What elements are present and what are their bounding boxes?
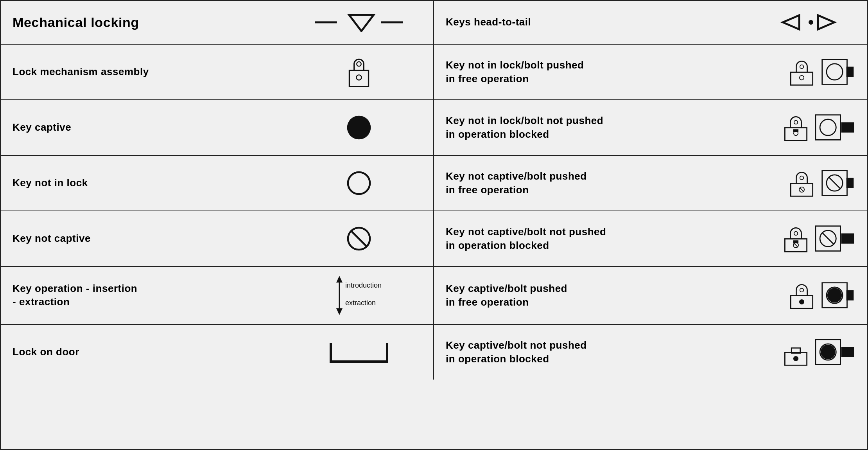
left-cell-lock-on-door: Lock on door: [1, 325, 434, 380]
svg-point-35: [794, 231, 798, 235]
svg-point-25: [800, 176, 803, 179]
svg-marker-3: [783, 15, 799, 29]
svg-point-7: [357, 62, 361, 66]
svg-point-13: [827, 63, 843, 79]
icons-key-not-in-lock-bolt-not-pushed: [715, 113, 855, 142]
icons-key-not-in-lock-bolt-pushed-free: [715, 58, 855, 87]
right-cell-lock-mechanism: Key not in lock/bolt pushedin free opera…: [434, 45, 867, 99]
icons-key-captive-bolt-pushed-free: [715, 281, 855, 310]
right-cell-lock-on-door: Key captive/bolt not pushedin operation …: [434, 325, 867, 380]
table-row: Key not captive Key not captive/bolt not…: [1, 211, 867, 267]
lock-on-door-icon: [296, 340, 421, 364]
svg-line-33: [351, 230, 367, 247]
svg-rect-19: [793, 129, 798, 132]
icons-key-not-captive-bolt-not-pushed: [715, 224, 855, 254]
svg-rect-31: [846, 178, 854, 188]
table-row: Lock mechanism assembly Key not in lock/…: [1, 45, 867, 100]
key-not-in-lock-icon: [296, 169, 421, 197]
right-label-header: Keys head-to-tail: [446, 15, 715, 29]
icons-key-not-captive-bolt-pushed-free: [715, 169, 855, 198]
svg-rect-54: [846, 290, 854, 300]
right-label-key-not-in-lock: Key not captive/bolt pushedin free opera…: [446, 169, 715, 197]
svg-line-37: [794, 243, 798, 247]
svg-point-11: [800, 75, 804, 79]
svg-line-30: [829, 177, 841, 189]
lock-mechanism-icon: [296, 54, 421, 90]
table-row: Lock on door Key captive/bolt not pushed…: [1, 325, 867, 380]
svg-marker-5: [818, 15, 834, 29]
svg-marker-44: [336, 276, 343, 283]
svg-point-23: [348, 172, 370, 194]
right-cell-key-captive: Key not in lock/bolt not pushedin operat…: [434, 100, 867, 155]
mechanical-locking-icon: [296, 13, 421, 32]
left-label-lock-mechanism: Lock mechanism assembly: [13, 65, 296, 79]
svg-marker-45: [336, 308, 343, 315]
svg-point-52: [827, 288, 842, 302]
svg-rect-20: [816, 115, 841, 140]
left-cell-key-operation: Key operation - insertion - extraction i…: [1, 267, 434, 324]
main-table: Mechanical locking Keys head-to-tail: [0, 0, 868, 450]
svg-point-50: [799, 299, 804, 304]
svg-point-4: [809, 20, 813, 25]
svg-rect-12: [822, 59, 847, 84]
svg-rect-38: [793, 240, 798, 243]
right-cell-key-not-in-lock: Key not captive/bolt pushedin free opera…: [434, 156, 867, 211]
left-label-key-operation: Key operation - insertion - extraction: [13, 282, 296, 309]
left-label-lock-on-door: Lock on door: [13, 346, 296, 359]
right-cell-header: Keys head-to-tail: [434, 1, 867, 44]
key-operation-icon: introduction extraction: [296, 274, 421, 317]
left-cell-key-captive: Key captive: [1, 100, 434, 155]
left-cell-header: Mechanical locking: [1, 1, 434, 44]
right-label-lock-on-door: Key captive/bolt not pushedin operation …: [446, 338, 715, 366]
right-label-key-operation: Key captive/bolt pushedin free operation: [446, 282, 715, 309]
svg-point-17: [794, 120, 798, 124]
svg-point-21: [820, 119, 836, 135]
icons-key-captive-bolt-not-pushed: [715, 338, 855, 367]
svg-rect-6: [349, 70, 368, 86]
key-captive-icon: [296, 114, 421, 141]
svg-text:extraction: extraction: [345, 299, 376, 307]
svg-point-49: [800, 288, 803, 292]
svg-marker-1: [349, 15, 374, 31]
left-label-header: Mechanical locking: [13, 14, 296, 31]
svg-line-27: [800, 187, 803, 191]
svg-rect-14: [846, 67, 854, 77]
svg-rect-61: [841, 347, 854, 357]
keys-head-to-tail-icons: [715, 13, 855, 32]
left-label-key-not-captive: Key not captive: [13, 232, 296, 245]
svg-rect-22: [841, 122, 854, 132]
svg-rect-9: [791, 72, 812, 85]
table-row: Key not in lock Key not captive/bolt pus…: [1, 156, 867, 211]
left-cell-key-not-captive: Key not captive: [1, 211, 434, 266]
key-not-captive-icon: [296, 225, 421, 252]
svg-point-15: [347, 116, 371, 140]
table-row: Mechanical locking Keys head-to-tail: [1, 1, 867, 45]
left-cell-lock-mechanism: Lock mechanism assembly: [1, 45, 434, 99]
left-label-key-not-in-lock: Key not in lock: [13, 176, 296, 190]
svg-point-57: [793, 356, 798, 361]
left-label-key-captive: Key captive: [13, 121, 296, 134]
right-label-lock-mechanism: Key not in lock/bolt pushedin free opera…: [446, 58, 715, 86]
svg-line-41: [822, 232, 834, 244]
svg-point-59: [821, 344, 836, 359]
right-label-key-captive: Key not in lock/bolt not pushedin operat…: [446, 114, 715, 141]
right-label-key-not-captive: Key not captive/bolt not pushedin operat…: [446, 225, 715, 252]
svg-point-10: [800, 65, 803, 68]
right-cell-key-not-captive: Key not captive/bolt not pushedin operat…: [434, 211, 867, 266]
svg-rect-42: [841, 233, 854, 243]
svg-point-8: [356, 75, 361, 80]
right-cell-key-operation: Key captive/bolt pushedin free operation: [434, 267, 867, 324]
table-row: Key operation - insertion - extraction i…: [1, 267, 867, 325]
table-row: Key captive Key not in lock/bolt not pus…: [1, 100, 867, 156]
left-cell-key-not-in-lock: Key not in lock: [1, 156, 434, 211]
svg-text:introduction: introduction: [345, 281, 382, 289]
